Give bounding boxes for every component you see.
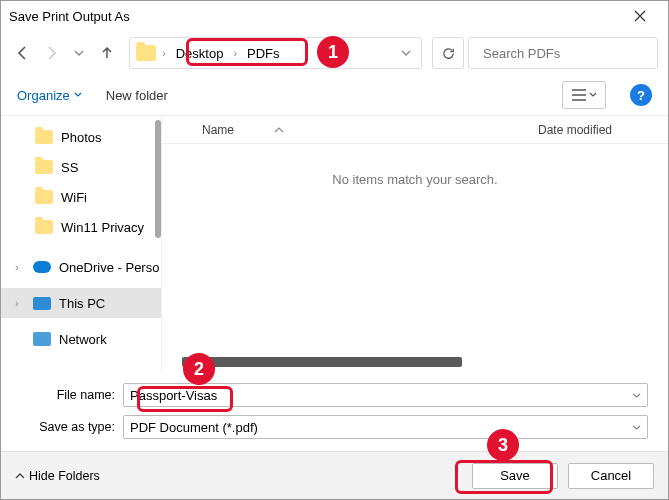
tree-label: Win11 Privacy [61,220,144,235]
refresh-button[interactable] [432,37,464,69]
tree-label: Photos [61,130,101,145]
chevron-right-icon[interactable]: › [15,297,25,309]
cancel-button[interactable]: Cancel [568,463,654,489]
address-dropdown-icon[interactable] [397,48,415,58]
tree-item-win11[interactable]: Win11 Privacy [1,212,161,242]
address-bar[interactable]: › Desktop › PDFs [129,37,422,69]
monitor-icon [33,297,51,310]
savetype-label: Save as type: [21,420,115,434]
filename-input[interactable] [130,388,632,403]
save-button[interactable]: Save [472,463,558,489]
view-options-button[interactable] [562,81,606,109]
list-icon [572,89,586,101]
column-date[interactable]: Date modified [538,123,668,137]
help-button[interactable]: ? [630,84,652,106]
tree-item-thispc[interactable]: ›This PC [1,288,161,318]
chevron-down-icon[interactable] [632,423,641,432]
tree-label: Network [59,332,107,347]
tree-item-onedrive[interactable]: ›OneDrive - Perso [1,252,161,282]
filename-label: File name: [21,388,115,402]
chevron-down-icon[interactable] [632,391,641,400]
forward-button[interactable] [39,41,63,65]
filename-field[interactable] [123,383,648,407]
network-icon [33,332,51,346]
chevron-down-icon [589,91,597,99]
tree-item-network[interactable]: ›Network [1,324,161,354]
cloud-icon [33,261,51,273]
folder-icon [35,220,53,234]
horizontal-scrollbar[interactable] [162,357,668,369]
hide-folders-label: Hide Folders [29,469,100,483]
chevron-right-icon[interactable]: › [15,261,25,273]
organize-menu[interactable]: Organize [17,88,82,103]
tree-item-photos[interactable]: Photos [1,122,161,152]
search-box[interactable] [468,37,658,69]
sort-asc-icon [274,126,284,134]
close-button[interactable] [620,1,660,31]
tree-item-ss[interactable]: SS [1,152,161,182]
chevron-down-icon [74,91,82,99]
organize-label: Organize [17,88,70,103]
folder-tree[interactable]: Photos SS WiFi Win11 Privacy ›OneDrive -… [1,116,161,373]
recent-dropdown-icon[interactable] [67,41,91,65]
tree-label: WiFi [61,190,87,205]
column-label: Name [202,123,234,137]
empty-message: No items match your search. [162,144,668,187]
new-folder-button[interactable]: New folder [106,88,168,103]
back-button[interactable] [11,41,35,65]
hide-folders-button[interactable]: Hide Folders [15,469,100,483]
chevron-right-icon: › [162,47,166,59]
up-button[interactable] [95,41,119,65]
tree-label: This PC [59,296,105,311]
savetype-value: PDF Document (*.pdf) [130,420,632,435]
tree-label: SS [61,160,78,175]
tree-label: OneDrive - Perso [59,260,159,275]
folder-icon [136,45,156,61]
folder-icon [35,160,53,174]
chevron-right-icon: › [233,47,237,59]
window-title: Save Print Output As [9,9,620,24]
tree-item-wifi[interactable]: WiFi [1,182,161,212]
breadcrumb-seg1[interactable]: Desktop [172,44,228,63]
chevron-up-icon [15,471,25,481]
search-input[interactable] [483,46,651,61]
file-list-pane: Name Date modified No items match your s… [161,116,668,373]
column-name[interactable]: Name [202,123,538,137]
folder-icon [35,190,53,204]
folder-icon [35,130,53,144]
breadcrumb-seg2[interactable]: PDFs [243,44,284,63]
savetype-field[interactable]: PDF Document (*.pdf) [123,415,648,439]
